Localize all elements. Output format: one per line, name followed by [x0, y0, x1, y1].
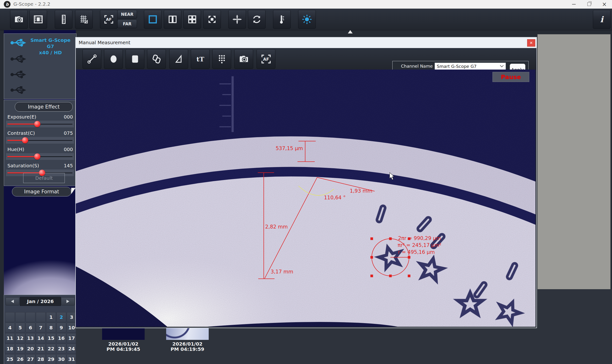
view-dual-button[interactable]: [164, 10, 182, 29]
calendar-day[interactable]: 13: [26, 333, 35, 343]
calendar-day[interactable]: 24: [67, 344, 77, 354]
thumbnail-date: 2026/01/02: [166, 341, 209, 347]
view-single-button[interactable]: [144, 10, 162, 29]
calendar-day[interactable]: 7: [36, 323, 46, 333]
usb-icon: [10, 54, 26, 64]
calendar-day[interactable]: 19: [15, 344, 25, 354]
hue-value: 000: [64, 146, 73, 152]
window-title: G-Scope - 2.2.2: [13, 1, 50, 7]
image-format-button[interactable]: Image Format: [12, 187, 71, 196]
dialog-collapse-marker[interactable]: [348, 30, 353, 33]
calendar-day[interactable]: 16: [56, 333, 66, 343]
image-effect-header[interactable]: Image Effect: [15, 102, 73, 112]
calendar-day[interactable]: 27: [26, 354, 35, 364]
record-video-button[interactable]: [29, 10, 47, 29]
calendar-day[interactable]: 15: [46, 333, 56, 343]
close-button[interactable]: ×: [597, 0, 612, 8]
calendar-day[interactable]: [5, 312, 15, 322]
calendar-day[interactable]: [36, 312, 46, 322]
measurement-image-area[interactable]: 537,15 μm 2,82 mm 3,17 mm 1,93 mm 110,64…: [76, 70, 535, 327]
calendar-day[interactable]: 25: [5, 354, 15, 364]
ruler-button[interactable]: [55, 10, 72, 29]
calendar-day[interactable]: 12: [15, 333, 25, 343]
minimize-button[interactable]: [566, 0, 581, 8]
autofocus-button[interactable]: AF: [100, 10, 118, 29]
contrast-knob[interactable]: [22, 137, 28, 143]
calendar-prev-button[interactable]: [5, 297, 19, 305]
device-item-active[interactable]: Smart G-Scope G7 x40 / HD: [4, 36, 76, 51]
measurement-circle-line3: r = 495,16 μm: [398, 249, 435, 255]
brightness-button[interactable]: [298, 10, 316, 29]
calendar-day[interactable]: 5: [15, 323, 25, 333]
calendar-day[interactable]: 23: [56, 344, 66, 354]
calendar-day[interactable]: 18: [5, 344, 15, 354]
tool-line-button[interactable]: [82, 49, 101, 69]
calendar-day[interactable]: 10: [67, 323, 77, 333]
calendar-day[interactable]: 4: [5, 323, 15, 333]
tool-text-button[interactable]: tT: [191, 49, 210, 69]
hue-knob[interactable]: [34, 154, 40, 160]
thumbnail-time: PM 04:19:45: [102, 347, 145, 352]
view-quad-button[interactable]: [183, 10, 201, 29]
dialog-close-button[interactable]: ✕: [527, 39, 535, 47]
calendar-day[interactable]: 21: [36, 344, 46, 354]
device-item-empty[interactable]: [4, 52, 76, 67]
contrast-slider[interactable]: [6, 137, 74, 144]
thermometer-button[interactable]: [273, 10, 291, 29]
calendar-day[interactable]: 22: [46, 344, 56, 354]
device-item-empty[interactable]: [4, 67, 76, 82]
exposure-value: 000: [64, 114, 73, 120]
minimize-icon: [572, 4, 576, 5]
channel-select[interactable]: Smart G-Scope G7: [435, 63, 506, 70]
rotate-button[interactable]: [248, 10, 266, 29]
fullscreen-button[interactable]: [203, 10, 221, 29]
calendar-day[interactable]: 14: [36, 333, 46, 343]
tool-autofocus-button[interactable]: AF: [257, 49, 275, 69]
info-button[interactable]: i: [593, 10, 611, 29]
tool-angle-button[interactable]: [169, 49, 188, 69]
calendar-day[interactable]: 6: [26, 323, 35, 333]
calendar-day[interactable]: 31: [67, 354, 77, 364]
app-logo: b: [4, 1, 11, 8]
crosshair-button[interactable]: [228, 10, 246, 29]
tool-capture-button[interactable]: [234, 49, 253, 69]
expand-icon: [207, 14, 217, 25]
far-button[interactable]: FAR: [117, 20, 137, 28]
measure-grid-button[interactable]: [75, 10, 93, 29]
calendar-day[interactable]: 3: [67, 312, 77, 322]
dialog-titlebar[interactable]: Manual Measurement ✕: [76, 38, 536, 48]
dual-view-icon: [167, 14, 178, 25]
exposure-knob[interactable]: [34, 121, 40, 127]
calendar-day[interactable]: 28: [36, 354, 46, 364]
quad-view-icon: [187, 14, 197, 25]
calendar-day[interactable]: 9: [56, 323, 66, 333]
pause-button[interactable]: Pause: [493, 72, 529, 82]
calendar-next-button[interactable]: [61, 297, 75, 305]
default-button[interactable]: Default: [23, 173, 65, 183]
restore-button[interactable]: [581, 0, 597, 8]
near-button[interactable]: NEAR: [117, 10, 137, 19]
device-item-empty[interactable]: [4, 83, 76, 98]
calendar-day[interactable]: 17: [67, 333, 77, 343]
tool-clone-button[interactable]: [147, 49, 166, 69]
calendar-day[interactable]: [15, 312, 25, 322]
calendar-day[interactable]: 8: [46, 323, 56, 333]
calendar-day[interactable]: 26: [15, 354, 25, 364]
calendar-day[interactable]: 1: [46, 312, 56, 322]
capture-photo-button[interactable]: [10, 10, 28, 29]
text-icon: tT: [195, 53, 206, 65]
calendar-day[interactable]: 20: [26, 344, 35, 354]
calendar-day[interactable]: 29: [46, 354, 56, 364]
calendar-day[interactable]: 11: [5, 333, 15, 343]
tool-dotgrid-button[interactable]: [212, 49, 231, 69]
calendar-day[interactable]: [26, 312, 35, 322]
hue-slider[interactable]: [6, 153, 74, 160]
calendar-day[interactable]: 30: [56, 354, 66, 364]
line-measure-icon: [87, 53, 98, 65]
tool-ellipse-button[interactable]: [104, 49, 123, 69]
calendar-month-label[interactable]: Jan / 2026: [20, 297, 61, 306]
exposure-slider[interactable]: [6, 121, 74, 127]
tool-rectangle-button[interactable]: [126, 49, 144, 69]
calendar-day[interactable]: 2: [56, 312, 66, 322]
thumbnail-date: 2026/01/02: [102, 341, 145, 347]
